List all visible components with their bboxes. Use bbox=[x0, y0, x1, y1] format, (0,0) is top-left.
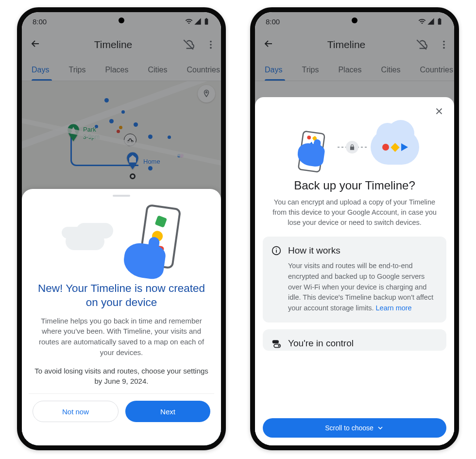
current-location-dot bbox=[130, 173, 136, 179]
wifi-icon bbox=[418, 17, 426, 25]
hero-illustration bbox=[33, 201, 210, 278]
status-time: 8:00 bbox=[266, 17, 280, 26]
sheet-heading: New! Your Timeline is now created on you… bbox=[36, 281, 206, 310]
svg-point-5 bbox=[131, 140, 133, 142]
youre-in-control-card: You're in control bbox=[263, 329, 446, 351]
tab-bar: Days Trips Places Cities Countries bbox=[255, 59, 454, 81]
toggle-icon bbox=[272, 339, 281, 348]
card-title: You're in control bbox=[288, 338, 354, 349]
svg-point-2 bbox=[210, 47, 212, 49]
tab-places[interactable]: Places bbox=[95, 59, 138, 81]
hand-holding-phone-icon bbox=[298, 130, 326, 165]
status-bar: 8:00 bbox=[22, 12, 221, 31]
signal-icon bbox=[427, 17, 435, 25]
not-now-button[interactable]: Not now bbox=[33, 401, 119, 422]
overflow-menu-icon[interactable] bbox=[205, 39, 216, 50]
backup-sheet: Back up your Timeline? You can encrypt a… bbox=[255, 97, 454, 445]
sheet-body: You can encrypt and upload a copy of you… bbox=[270, 197, 440, 228]
scroll-to-choose-button[interactable]: Scroll to choose bbox=[263, 418, 446, 438]
tab-places[interactable]: Places bbox=[328, 59, 371, 81]
sheet-heading: Back up your Timeline? bbox=[268, 179, 442, 192]
tab-countries[interactable]: Countries bbox=[177, 59, 221, 81]
info-icon bbox=[272, 246, 281, 255]
svg-rect-12 bbox=[272, 340, 279, 343]
hero-illustration bbox=[263, 120, 446, 174]
tab-trips[interactable]: Trips bbox=[292, 59, 328, 81]
phone-left: 8:00 Timeline Days Trips Places Cities C… bbox=[17, 7, 226, 450]
park-pin[interactable] bbox=[67, 126, 80, 139]
chevron-down-icon bbox=[376, 424, 384, 432]
card-body: Your visits and routes will be end-to-en… bbox=[272, 261, 437, 314]
lock-icon bbox=[346, 141, 358, 153]
battery-icon bbox=[203, 17, 210, 25]
how-it-works-card: How it works Your visits and routes will… bbox=[263, 237, 446, 323]
cloud-icon bbox=[61, 225, 109, 254]
park-label: Park 3-9pm bbox=[83, 126, 100, 140]
svg-point-4 bbox=[127, 140, 129, 142]
app-title: Timeline bbox=[277, 39, 415, 51]
card-title: How it works bbox=[288, 245, 340, 256]
app-title: Timeline bbox=[44, 39, 182, 51]
battery-icon bbox=[436, 17, 443, 25]
svg-point-6 bbox=[443, 41, 445, 43]
tab-countries[interactable]: Countries bbox=[410, 59, 454, 81]
status-time: 8:00 bbox=[33, 17, 47, 26]
svg-point-1 bbox=[210, 44, 212, 46]
signal-icon bbox=[194, 17, 202, 25]
tab-days[interactable]: Days bbox=[25, 59, 59, 81]
sheet-grabber[interactable] bbox=[113, 195, 130, 197]
learn-more-link[interactable]: Learn more bbox=[376, 304, 412, 312]
cloud-icon bbox=[371, 130, 419, 165]
bike-icon bbox=[124, 134, 136, 146]
back-button[interactable] bbox=[30, 38, 44, 51]
svg-point-0 bbox=[210, 41, 212, 43]
close-button[interactable] bbox=[432, 104, 446, 120]
connection-line bbox=[338, 147, 367, 148]
svg-point-7 bbox=[443, 44, 445, 46]
svg-point-11 bbox=[276, 248, 277, 249]
svg-point-14 bbox=[278, 345, 279, 346]
cloud-off-icon[interactable] bbox=[415, 38, 428, 51]
sheet-body: Timeline helps you go back in time and r… bbox=[35, 316, 207, 358]
status-bar: 8:00 bbox=[255, 12, 454, 31]
onboarding-sheet: New! Your Timeline is now created on you… bbox=[22, 189, 221, 445]
map-pin-fab[interactable] bbox=[198, 85, 215, 102]
svg-point-3 bbox=[206, 92, 207, 93]
svg-point-8 bbox=[443, 47, 445, 49]
tab-bar: Days Trips Places Cities Countries bbox=[22, 59, 221, 81]
cloud-off-icon[interactable] bbox=[182, 38, 195, 51]
hand-holding-phone-icon bbox=[124, 203, 182, 276]
home-pin[interactable] bbox=[126, 154, 139, 168]
overflow-menu-icon[interactable] bbox=[439, 39, 449, 50]
back-button[interactable] bbox=[263, 38, 277, 51]
phone-right: 8:00 Timeline Days Trips Places Cities C… bbox=[250, 7, 459, 450]
tab-days[interactable]: Days bbox=[258, 59, 292, 81]
tab-trips[interactable]: Trips bbox=[59, 59, 95, 81]
sheet-deadline-note: To avoid losing visits and routes, choos… bbox=[34, 366, 208, 387]
wifi-icon bbox=[185, 17, 193, 25]
tab-cities[interactable]: Cities bbox=[138, 59, 177, 81]
next-button[interactable]: Next bbox=[125, 401, 210, 422]
tab-cities[interactable]: Cities bbox=[371, 59, 410, 81]
home-label: Home bbox=[143, 158, 160, 165]
